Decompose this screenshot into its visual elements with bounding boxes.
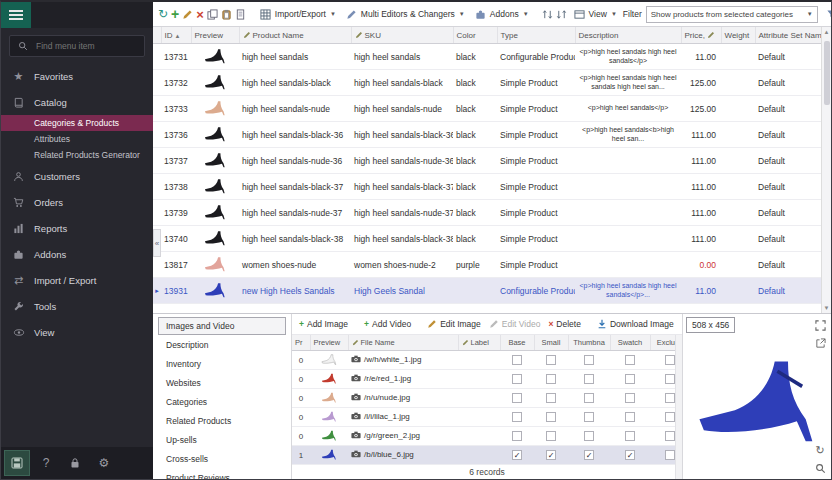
- image-row[interactable]: 0/n/u/nude.jpg: [292, 389, 683, 408]
- product-row[interactable]: 13737high heel sandals-nude-36high heel …: [153, 148, 823, 174]
- col-small[interactable]: Small: [534, 335, 568, 351]
- sidebar-item-import-export[interactable]: ⇄ Import / Export: [1, 267, 153, 293]
- sidebar-item-customers[interactable]: Customers: [1, 163, 153, 189]
- tab-product-reviews[interactable]: Product Reviews: [158, 469, 286, 479]
- col-weight[interactable]: Weight: [721, 27, 755, 44]
- rotate-icon[interactable]: ↻: [813, 443, 827, 457]
- exclude-checkbox[interactable]: [665, 412, 675, 422]
- sidebar-item-reports[interactable]: Reports: [1, 215, 153, 241]
- edit-video-button[interactable]: Edit Video: [487, 318, 543, 330]
- sidebar-item-related-products-generator[interactable]: Related Products Generator: [1, 147, 153, 163]
- col-thumbnail[interactable]: Thumbna: [568, 335, 610, 351]
- thumb-checkbox[interactable]: [584, 374, 594, 384]
- small-checkbox[interactable]: [546, 412, 556, 422]
- collapse-panel-button[interactable]: «: [153, 229, 161, 257]
- product-row[interactable]: 13817women shoes-nudewomen shoes-nude-2p…: [153, 252, 823, 278]
- edit-product-button[interactable]: [182, 8, 193, 21]
- product-row[interactable]: 13739high heel sandals-nude-37high heel …: [153, 200, 823, 226]
- tab-inventory[interactable]: Inventory: [158, 355, 286, 373]
- base-checkbox[interactable]: [512, 393, 522, 403]
- image-row[interactable]: 0/w/h/white_1.jpg: [292, 351, 683, 370]
- collapse-rows-icon[interactable]: [556, 8, 567, 21]
- exclude-checkbox[interactable]: [665, 374, 675, 384]
- category-filter-select[interactable]: Show products from selected categories ▼: [646, 6, 818, 23]
- import-export-menu[interactable]: Import/Export ▼: [256, 7, 339, 22]
- scrollbar-thumb[interactable]: [824, 41, 830, 105]
- scroll-up-icon[interactable]: ▲: [824, 29, 830, 35]
- col-description[interactable]: Description: [575, 27, 681, 44]
- product-row[interactable]: 13733high heel sandals-nudehigh heel san…: [153, 96, 823, 122]
- swatch-checkbox[interactable]: [625, 431, 635, 441]
- product-row[interactable]: 13740high heel sandals-black-38high heel…: [153, 226, 823, 252]
- swatch-checkbox[interactable]: [625, 374, 635, 384]
- scroll-down-icon[interactable]: ▼: [824, 305, 830, 311]
- col-sku[interactable]: SKU: [351, 27, 453, 44]
- hamburger-menu-button[interactable]: [1, 2, 31, 28]
- expand-rows-icon[interactable]: [542, 8, 553, 21]
- thumb-checkbox[interactable]: [584, 393, 594, 403]
- exclude-checkbox[interactable]: [665, 431, 675, 441]
- col-type[interactable]: Type: [497, 27, 575, 44]
- refresh-button[interactable]: ↻: [158, 8, 168, 21]
- base-checkbox[interactable]: [512, 412, 522, 422]
- small-checkbox[interactable]: [546, 374, 556, 384]
- product-row[interactable]: 13732high heel sandals-blackhigh heel sa…: [153, 70, 823, 96]
- col-pr[interactable]: Pr: [292, 335, 310, 351]
- delete-image-button[interactable]: × Delete: [546, 318, 583, 330]
- filters-button[interactable]: Filters ▼: [822, 7, 831, 22]
- col-base[interactable]: Base: [500, 335, 534, 351]
- delete-product-button[interactable]: ×: [196, 8, 204, 21]
- product-row[interactable]: 13738high heel sandals-black-37high heel…: [153, 174, 823, 200]
- tab-up-sells[interactable]: Up-sells: [158, 431, 286, 449]
- view-menu[interactable]: View ▼: [570, 7, 620, 22]
- fullscreen-icon[interactable]: [813, 318, 827, 332]
- image-row[interactable]: 0/g/r/green_2.jpg: [292, 427, 683, 446]
- sidebar-item-favorites[interactable]: ★ Favorites: [1, 63, 153, 89]
- col-color[interactable]: Color: [453, 27, 497, 44]
- lock-icon[interactable]: [62, 450, 88, 476]
- menu-search-input[interactable]: [34, 40, 138, 52]
- col-price[interactable]: Price,: [681, 27, 721, 44]
- open-external-icon[interactable]: [813, 336, 827, 350]
- zoom-icon[interactable]: [813, 461, 827, 475]
- edit-image-button[interactable]: Edit Image: [425, 318, 483, 330]
- sidebar-item-catalog[interactable]: Catalog: [1, 89, 153, 115]
- col-preview[interactable]: Preview: [191, 27, 239, 44]
- base-checkbox[interactable]: ✓: [512, 450, 522, 460]
- sidebar-item-categories-products[interactable]: Categories & Products: [1, 115, 153, 131]
- base-checkbox[interactable]: [512, 431, 522, 441]
- tab-websites[interactable]: Websites: [158, 374, 286, 392]
- col-attribute-set[interactable]: Attribute Set Name: [755, 27, 823, 44]
- product-row[interactable]: 13736high heel sandals-black-36high heel…: [153, 122, 823, 148]
- tab-images-and-video[interactable]: Images and Video: [158, 317, 286, 335]
- swatch-checkbox[interactable]: [625, 355, 635, 365]
- base-checkbox[interactable]: [512, 374, 522, 384]
- sidebar-item-view[interactable]: View: [1, 319, 153, 345]
- tab-cross-sells[interactable]: Cross-sells: [158, 450, 286, 468]
- image-row[interactable]: 0/l/i/lilac_1.jpg: [292, 408, 683, 427]
- thumb-checkbox[interactable]: ✓: [584, 450, 594, 460]
- small-checkbox[interactable]: [546, 431, 556, 441]
- thumb-checkbox[interactable]: [584, 412, 594, 422]
- small-checkbox[interactable]: [546, 393, 556, 403]
- tab-related-products[interactable]: Related Products: [158, 412, 286, 430]
- small-checkbox[interactable]: ✓: [546, 450, 556, 460]
- download-image-button[interactable]: Download Image: [595, 318, 676, 330]
- tab-categories[interactable]: Categories: [158, 393, 286, 411]
- multi-editors-menu[interactable]: Multi Editors & Changers ▼: [342, 7, 468, 22]
- sidebar-item-tools[interactable]: Tools: [1, 293, 153, 319]
- add-image-button[interactable]: + Add Image: [297, 318, 350, 330]
- swatch-checkbox[interactable]: [625, 412, 635, 422]
- swatch-checkbox[interactable]: ✓: [625, 450, 635, 460]
- sidebar-item-addons[interactable]: Addons: [1, 241, 153, 267]
- col-image-preview[interactable]: Preview: [310, 335, 348, 351]
- base-checkbox[interactable]: [512, 355, 522, 365]
- small-checkbox[interactable]: [546, 355, 556, 365]
- sidebar-item-attributes[interactable]: Attributes: [1, 131, 153, 147]
- save-button[interactable]: [4, 450, 30, 476]
- product-row[interactable]: ▸13931new High Heels SandalsHigh Geels S…: [153, 278, 823, 304]
- help-button[interactable]: ?: [33, 450, 59, 476]
- image-row[interactable]: 1/b/l/blue_6.jpg✓✓✓✓: [292, 446, 683, 465]
- col-label[interactable]: Label: [458, 335, 500, 351]
- gear-icon[interactable]: ⚙: [91, 450, 117, 476]
